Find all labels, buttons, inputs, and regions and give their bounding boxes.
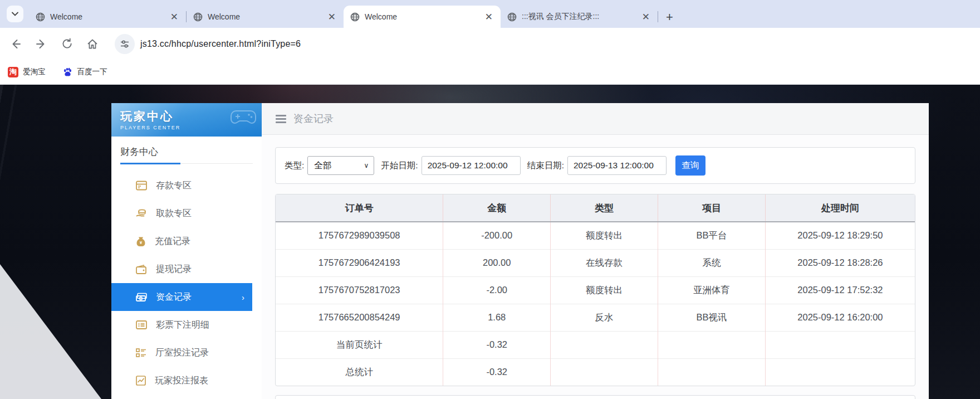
cell-process-time: 2025-09-12 18:29:50 bbox=[765, 222, 915, 249]
sidebar-title: 玩家中心 bbox=[120, 109, 262, 124]
bookmark-baidu[interactable]: 百度一下 bbox=[62, 67, 107, 77]
fund-record-table: 订单号 金额 类型 项目 处理时间 1757672989039508 -200.… bbox=[275, 194, 915, 386]
sidebar-item-label: 提现记录 bbox=[156, 264, 192, 275]
forward-icon[interactable] bbox=[35, 37, 48, 51]
address-url[interactable]: js13.cc/hhcp/usercenter.html?iniType=6 bbox=[140, 39, 301, 49]
site-settings-icon[interactable] bbox=[115, 34, 135, 54]
cell-amount: 1.68 bbox=[443, 304, 551, 331]
tab-close-icon[interactable]: ✕ bbox=[483, 11, 495, 23]
cell-order-no: 1757672989039508 bbox=[276, 222, 443, 249]
cell-project: 亚洲体育 bbox=[658, 276, 765, 304]
query-button[interactable]: 查询 bbox=[675, 155, 705, 176]
cell-amount: -0.32 bbox=[443, 358, 551, 386]
type-label: 类型: bbox=[285, 160, 304, 172]
gamepad-icon bbox=[231, 108, 256, 126]
globe-favicon bbox=[193, 12, 203, 22]
browser-toolbar: js13.cc/hhcp/usercenter.html?iniType=6 bbox=[0, 28, 980, 60]
cell-order-no: 1757672906424193 bbox=[276, 249, 443, 276]
tab-title: Welcome bbox=[365, 12, 478, 21]
end-date-label: 结束日期: bbox=[527, 160, 564, 172]
sidebar-item-withdraw-zone[interactable]: 取款专区 bbox=[111, 199, 262, 227]
globe-favicon bbox=[350, 12, 360, 22]
header-type: 类型 bbox=[551, 194, 658, 222]
taobao-icon: 淘 bbox=[8, 67, 18, 77]
main-content: 资金记录 类型: 全部 ∨ 开始日期: 结束日期: 查询 bbox=[262, 103, 929, 399]
cell-project: 系统 bbox=[658, 249, 765, 276]
moneybag-icon: ¥ bbox=[136, 236, 146, 247]
table-row: 1757672906424193 200.00 在线存款 系统 2025-09-… bbox=[276, 249, 915, 276]
home-icon[interactable] bbox=[86, 37, 99, 51]
tab-title: Welcome bbox=[208, 12, 321, 21]
sidebar-item-withdrawal-record[interactable]: 提现记录 bbox=[111, 255, 262, 283]
end-date-input[interactable] bbox=[567, 156, 667, 175]
table-header-row: 订单号 金额 类型 项目 处理时间 bbox=[276, 194, 915, 222]
tab-welcome-2[interactable]: Welcome ✕ bbox=[187, 6, 344, 28]
tab-search-button[interactable] bbox=[7, 6, 23, 22]
type-select-value: 全部 bbox=[314, 160, 331, 172]
globe-favicon bbox=[36, 12, 45, 22]
content-body: 类型: 全部 ∨ 开始日期: 结束日期: 查询 订单号 金额 bbox=[262, 135, 929, 399]
deposit-card-icon bbox=[136, 181, 147, 191]
webpage-viewport: 玩家中心 PLAYERS CENTER 财务中心 存款专区 取款专区 bbox=[0, 85, 980, 399]
cell-empty bbox=[765, 331, 915, 358]
withdraw-hand-icon bbox=[136, 208, 147, 218]
type-select[interactable]: 全部 ∨ bbox=[307, 156, 374, 175]
content-header: 资金记录 bbox=[262, 103, 929, 135]
cell-order-no: 1757665200854249 bbox=[276, 304, 443, 331]
cell-type: 额度转出 bbox=[551, 222, 658, 249]
bookmark-label: 爱淘宝 bbox=[23, 67, 46, 77]
cell-empty bbox=[551, 358, 658, 386]
bookmarks-bar: 淘 爱淘宝 百度一下 bbox=[0, 60, 980, 85]
tab-close-icon[interactable]: ✕ bbox=[168, 11, 180, 23]
sidebar-item-deposit-zone[interactable]: 存款专区 bbox=[111, 172, 262, 199]
sidebar-section-rule bbox=[120, 163, 253, 164]
cell-process-time: 2025-09-12 18:28:26 bbox=[765, 249, 915, 276]
back-icon[interactable] bbox=[9, 37, 22, 51]
cell-empty bbox=[658, 331, 765, 358]
background-streaks bbox=[0, 85, 117, 319]
sidebar-subtitle: PLAYERS CENTER bbox=[120, 125, 262, 130]
sidebar-item-player-bet-report[interactable]: 玩家投注报表 bbox=[111, 367, 262, 395]
cell-type: 反水 bbox=[551, 304, 658, 331]
cell-empty bbox=[658, 358, 765, 386]
sidebar-item-fund-record[interactable]: 资金记录 › bbox=[111, 283, 252, 311]
baidu-paw-icon bbox=[62, 67, 73, 77]
globe-favicon bbox=[507, 12, 517, 22]
sidebar-item-recharge-record[interactable]: ¥ 充值记录 bbox=[111, 227, 262, 255]
hamburger-icon[interactable] bbox=[276, 115, 286, 123]
start-date-label: 开始日期: bbox=[381, 160, 418, 172]
sidebar-item-room-bet-record[interactable]: 厅室投注记录 bbox=[111, 339, 262, 367]
cell-order-no: 1757670752817023 bbox=[276, 276, 443, 304]
list-squares-icon bbox=[136, 348, 146, 357]
cell-amount: 200.00 bbox=[443, 249, 551, 276]
sidebar-menu: 存款专区 取款专区 ¥ 充值记录 提现记录 bbox=[111, 164, 262, 395]
tab-close-icon[interactable]: ✕ bbox=[640, 11, 652, 23]
players-center-sidebar: 玩家中心 PLAYERS CENTER 财务中心 存款专区 取款专区 bbox=[111, 103, 262, 399]
sidebar-item-label: 玩家投注报表 bbox=[155, 375, 208, 387]
tab-close-icon[interactable]: ✕ bbox=[326, 11, 338, 23]
sidebar-banner: 玩家中心 PLAYERS CENTER bbox=[111, 103, 262, 137]
tab-welcome-3-active[interactable]: Welcome ✕ bbox=[344, 6, 501, 28]
header-project: 项目 bbox=[658, 194, 765, 222]
bookmark-taobao[interactable]: 淘 爱淘宝 bbox=[8, 67, 46, 77]
sidebar-item-label: 充值记录 bbox=[155, 236, 190, 247]
sidebar-item-lottery-bet-details[interactable]: 彩票下注明细 bbox=[111, 311, 262, 339]
list-doc-icon bbox=[136, 320, 147, 329]
report-chart-icon bbox=[136, 376, 146, 386]
table-row: 1757672989039508 -200.00 额度转出 BB平台 2025-… bbox=[276, 222, 915, 249]
table-row: 1757665200854249 1.68 反水 BB视讯 2025-09-12… bbox=[276, 304, 915, 331]
sidebar-item-label: 彩票下注明细 bbox=[156, 319, 209, 331]
reload-icon[interactable] bbox=[60, 37, 74, 51]
tab-welcome-1[interactable]: Welcome ✕ bbox=[29, 6, 186, 28]
cell-amount: -2.00 bbox=[443, 276, 551, 304]
new-tab-button[interactable]: + bbox=[666, 11, 673, 23]
page-title: 资金记录 bbox=[293, 112, 334, 125]
tab-betting-records[interactable]: :::视讯 会员下注纪录::: ✕ bbox=[501, 6, 658, 28]
wallet-icon bbox=[136, 265, 147, 274]
sidebar-item-label: 存款专区 bbox=[156, 180, 192, 192]
pagination-box bbox=[275, 395, 915, 399]
cell-empty bbox=[765, 358, 915, 386]
banknote-icon bbox=[136, 293, 147, 302]
start-date-input[interactable] bbox=[422, 156, 521, 175]
cell-process-time: 2025-09-12 17:52:32 bbox=[765, 276, 915, 304]
